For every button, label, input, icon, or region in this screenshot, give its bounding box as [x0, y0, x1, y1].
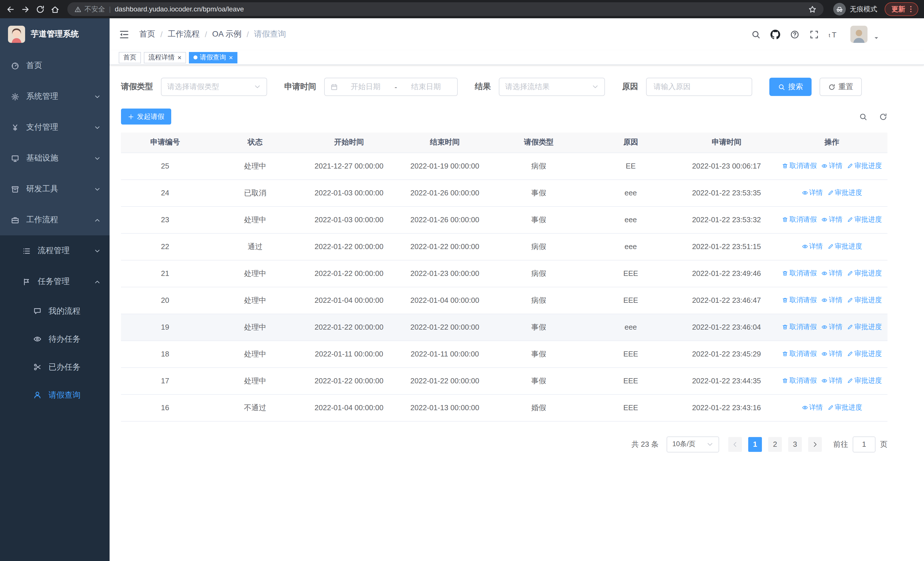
- apply-time-range-picker[interactable]: 开始日期 - 结束日期: [324, 78, 458, 96]
- bookmark-star-icon[interactable]: [808, 5, 817, 14]
- create-leave-button[interactable]: 发起请假: [121, 108, 171, 125]
- sidebar-item-label: 任务管理: [38, 277, 70, 287]
- eye-icon: [821, 297, 828, 303]
- sidebar-item-done-task[interactable]: 已办任务: [0, 353, 110, 381]
- page-button-2[interactable]: 2: [768, 437, 782, 451]
- view-tab[interactable]: 首页: [119, 52, 141, 63]
- warning-icon: [74, 5, 82, 13]
- refresh-table-button[interactable]: [879, 112, 888, 121]
- view-tab[interactable]: 流程详情×: [144, 52, 186, 63]
- cancel-leave-link[interactable]: 取消请假: [782, 295, 817, 305]
- page-button-3[interactable]: 3: [788, 437, 802, 451]
- cell-end-time: 2022-01-26 00:00:00: [397, 206, 493, 233]
- close-tab-icon[interactable]: ×: [229, 54, 233, 61]
- browser-update-button[interactable]: 更新: [885, 2, 918, 16]
- browser-reload-icon[interactable]: [35, 4, 45, 14]
- help-icon[interactable]: [790, 29, 800, 39]
- detail-link[interactable]: 详情: [821, 161, 842, 171]
- browser-home-icon[interactable]: [50, 4, 60, 14]
- github-icon[interactable]: [771, 29, 780, 39]
- table-row: 22通过2022-01-22 00:00:002022-01-22 00:00:…: [121, 233, 888, 260]
- fullscreen-icon[interactable]: [809, 29, 819, 39]
- page-button-1[interactable]: 1: [748, 437, 762, 451]
- cell-end-time: 2022-01-04 00:00:00: [397, 287, 493, 314]
- detail-link[interactable]: 详情: [802, 242, 823, 251]
- font-size-icon[interactable]: tT: [829, 29, 838, 39]
- security-chip[interactable]: 不安全: [74, 4, 105, 14]
- sidebar-toggle-button[interactable]: [119, 29, 129, 40]
- detail-link[interactable]: 详情: [821, 349, 842, 359]
- column-header: 原因: [585, 132, 676, 152]
- prev-page-button[interactable]: [728, 437, 742, 451]
- incognito-icon: [833, 3, 846, 15]
- approval-progress-link[interactable]: 审批进度: [847, 349, 882, 359]
- sidebar-item-label: 基础设施: [26, 153, 58, 163]
- user-menu-caret-icon[interactable]: [873, 35, 879, 41]
- toggle-search-button[interactable]: [859, 112, 867, 121]
- sidebar-item-infra[interactable]: 基础设施: [0, 143, 110, 174]
- sidebar-item-leave-query[interactable]: 请假查询: [0, 381, 110, 409]
- cancel-leave-link[interactable]: 取消请假: [782, 269, 817, 278]
- approval-progress-link[interactable]: 审批进度: [827, 188, 862, 198]
- search-button[interactable]: 搜索: [770, 78, 812, 96]
- svg-text:t: t: [829, 32, 830, 38]
- close-tab-icon[interactable]: ×: [177, 54, 182, 61]
- browser-menu-icon[interactable]: [907, 5, 915, 13]
- cell-actions: 取消请假详情审批进度: [776, 287, 888, 314]
- cancel-leave-link[interactable]: 取消请假: [782, 349, 817, 359]
- trash-icon: [782, 217, 788, 223]
- approval-progress-link[interactable]: 审批进度: [847, 322, 882, 332]
- cancel-leave-link[interactable]: 取消请假: [782, 376, 817, 386]
- sidebar-item-process-mgmt[interactable]: 流程管理: [0, 235, 110, 266]
- sidebar-item-payment[interactable]: 支付管理: [0, 112, 110, 143]
- breadcrumb-item[interactable]: OA 示例: [212, 29, 242, 39]
- address-bar[interactable]: 不安全 | dashboard.yudao.iocoder.cn/bpm/oa/…: [68, 2, 824, 16]
- cancel-leave-link[interactable]: 取消请假: [782, 322, 817, 332]
- chevron-down-icon: [706, 441, 713, 448]
- approval-progress-link[interactable]: 审批进度: [827, 403, 862, 412]
- cell-status: 处理中: [209, 314, 301, 340]
- create-leave-label: 发起请假: [137, 112, 164, 122]
- result-select[interactable]: 请选择流结果: [499, 78, 605, 96]
- approval-progress-link[interactable]: 审批进度: [847, 161, 882, 171]
- eye-icon: [821, 163, 828, 169]
- goto-page-input[interactable]: [853, 436, 876, 452]
- detail-link[interactable]: 详情: [821, 376, 842, 386]
- detail-link[interactable]: 详情: [802, 188, 823, 198]
- sidebar-item-workflow[interactable]: 工作流程: [0, 205, 110, 235]
- trash-icon: [782, 163, 788, 169]
- breadcrumb-item[interactable]: 工作流程: [168, 29, 200, 39]
- reason-input[interactable]: 请输入原因: [646, 78, 752, 96]
- browser-forward-icon[interactable]: [21, 4, 30, 14]
- cancel-leave-link[interactable]: 取消请假: [782, 215, 817, 224]
- sidebar-item-task-mgmt[interactable]: 任务管理: [0, 266, 110, 297]
- sidebar-item-system[interactable]: 系统管理: [0, 81, 110, 112]
- approval-progress-link[interactable]: 审批进度: [847, 376, 882, 386]
- detail-link[interactable]: 详情: [821, 215, 842, 224]
- approval-progress-link[interactable]: 审批进度: [847, 269, 882, 278]
- approval-progress-link[interactable]: 审批进度: [827, 242, 862, 251]
- sidebar-item-todo-task[interactable]: 待办任务: [0, 325, 110, 353]
- user-avatar[interactable]: [850, 26, 867, 43]
- reset-button[interactable]: 重置: [819, 78, 862, 96]
- cancel-leave-link[interactable]: 取消请假: [782, 161, 817, 171]
- sidebar-item-devtools[interactable]: 研发工具: [0, 174, 110, 205]
- approval-progress-link[interactable]: 审批进度: [847, 295, 882, 305]
- goto-page: 前往 页: [833, 436, 888, 452]
- page-size-select[interactable]: 10条/页: [667, 436, 719, 452]
- sidebar-item-my-process[interactable]: 我的流程: [0, 297, 110, 325]
- sidebar-item-home[interactable]: 首页: [0, 50, 110, 81]
- breadcrumb-item[interactable]: 首页: [139, 29, 155, 39]
- detail-link[interactable]: 详情: [821, 269, 842, 278]
- header-search-icon[interactable]: [751, 29, 761, 39]
- sidebar-logo[interactable]: 芋道管理系统: [0, 18, 110, 50]
- cell-id: 22: [121, 233, 209, 260]
- leave-type-select[interactable]: 请选择请假类型: [161, 78, 267, 96]
- detail-link[interactable]: 详情: [802, 403, 823, 412]
- approval-progress-link[interactable]: 审批进度: [847, 215, 882, 224]
- view-tab[interactable]: 请假查询×: [189, 52, 237, 63]
- detail-link[interactable]: 详情: [821, 295, 842, 305]
- next-page-button[interactable]: [808, 437, 822, 451]
- detail-link[interactable]: 详情: [821, 322, 842, 332]
- browser-back-icon[interactable]: [6, 4, 15, 14]
